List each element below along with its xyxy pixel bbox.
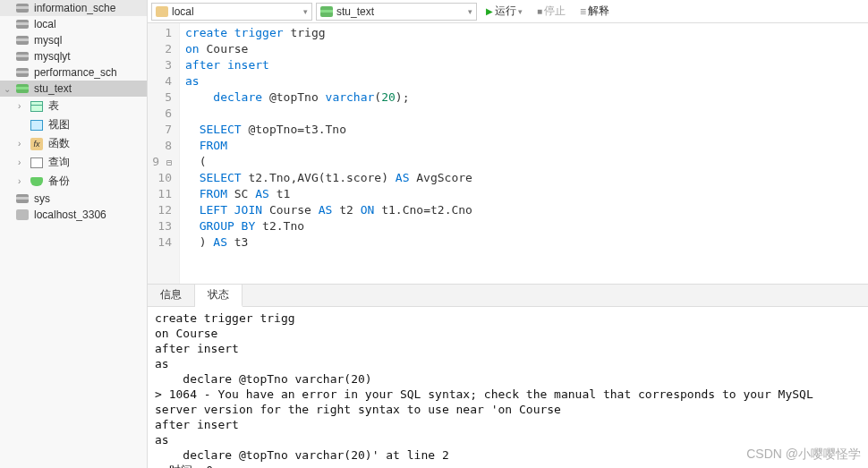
tree-item-sys[interactable]: sys — [0, 191, 147, 207]
line-number: 4 — [151, 73, 172, 89]
code-line[interactable]: after insert — [185, 57, 863, 73]
tree-item-stu_text[interactable]: ⌄stu_text — [0, 81, 147, 97]
code-line[interactable]: create trigger trigg — [185, 25, 863, 41]
line-number: 7 — [151, 122, 172, 138]
code-area[interactable]: create trigger triggon Courseafter inser… — [180, 23, 868, 284]
code-line[interactable]: ( — [185, 154, 863, 170]
table-icon — [30, 101, 43, 112]
tree-item-label: stu_text — [34, 82, 72, 95]
line-gutter: 123456789 ⊟1011121314 — [148, 23, 180, 284]
chevron-down-icon: ▾ — [303, 7, 308, 16]
database-label: stu_text — [336, 5, 374, 18]
tree-item-label: localhost_3306 — [34, 208, 106, 221]
database-icon — [16, 20, 29, 29]
line-number: 8 — [151, 138, 172, 154]
run-button[interactable]: ▶ 运行 ▾ — [481, 2, 528, 21]
tree-item-label: 备份 — [48, 174, 70, 189]
connection-dropdown[interactable]: local ▾ — [151, 3, 312, 21]
tree-item-函数[interactable]: ›fx函数 — [0, 134, 147, 153]
line-number: 11 — [151, 186, 172, 202]
tree-item-mysql[interactable]: mysql — [0, 32, 147, 48]
sql-editor[interactable]: 123456789 ⊟1011121314 create trigger tri… — [148, 23, 868, 284]
chevron-icon: ⌄ — [4, 84, 14, 94]
tree-item-mysqlyt[interactable]: mysqlyt — [0, 48, 147, 64]
code-line[interactable]: FROM SC AS t1 — [185, 186, 863, 202]
explain-button[interactable]: ≡ 解释 — [574, 2, 615, 21]
user-icon — [156, 6, 168, 17]
tree-item-查询[interactable]: ›查询 — [0, 153, 147, 172]
tab-信息[interactable]: 信息 — [148, 285, 195, 306]
output-panel: create trigger trigg on Course after ins… — [148, 307, 868, 468]
line-number: 14 — [151, 234, 172, 251]
host-icon — [16, 209, 29, 220]
view-icon — [30, 120, 43, 131]
stop-button[interactable]: ■ 停止 — [532, 2, 571, 21]
line-number: 1 — [151, 25, 172, 41]
code-line[interactable]: SELECT t2.Tno,AVG(t1.score) AS AvgScore — [185, 170, 863, 186]
line-number: 2 — [151, 41, 172, 57]
result-tabs: 信息状态 — [148, 284, 868, 307]
tree-item-label: 查询 — [48, 155, 70, 170]
database-tree: information_schelocalmysqlmysqlytperform… — [0, 0, 148, 468]
line-number: 9 ⊟ — [151, 154, 172, 170]
main-panel: local ▾ stu_text ▾ ▶ 运行 ▾ ■ 停止 ≡ 解释 — [148, 0, 868, 468]
tree-item-label: information_sche — [34, 2, 115, 14]
chevron-icon: › — [18, 139, 29, 149]
stop-icon: ■ — [537, 6, 542, 16]
tree-item-label: 表 — [48, 98, 59, 114]
tree-item-表[interactable]: ›表 — [0, 97, 147, 115]
tree-item-localhost_3306[interactable]: localhost_3306 — [0, 207, 147, 223]
backup-icon — [30, 177, 43, 186]
chevron-down-icon: ▾ — [468, 7, 472, 16]
code-line[interactable]: declare @topTno varchar(20); — [185, 89, 863, 106]
tree-item-备份[interactable]: ›备份 — [0, 172, 147, 191]
line-number: 6 — [151, 106, 172, 122]
database-icon — [16, 36, 29, 45]
connection-label: local — [172, 5, 194, 18]
tree-item-performance_sch[interactable]: performance_sch — [0, 64, 147, 81]
code-line[interactable]: SELECT @topTno=t3.Tno — [185, 122, 863, 138]
line-number: 12 — [151, 202, 172, 218]
line-number: 10 — [151, 170, 172, 186]
line-number: 5 — [151, 89, 172, 106]
database-icon — [16, 194, 29, 203]
code-line[interactable] — [185, 106, 863, 122]
database-icon — [320, 6, 333, 17]
line-number: 13 — [151, 218, 172, 234]
tree-item-local[interactable]: local — [0, 16, 147, 32]
tree-item-label: performance_sch — [34, 66, 117, 79]
tab-状态[interactable]: 状态 — [195, 285, 243, 307]
database-icon — [16, 68, 29, 77]
tree-item-label: sys — [34, 192, 50, 205]
database-icon — [16, 4, 29, 13]
code-line[interactable]: ) AS t3 — [185, 234, 863, 251]
tree-item-label: 函数 — [48, 136, 70, 151]
chevron-icon: › — [18, 101, 29, 111]
code-line[interactable]: as — [185, 73, 863, 89]
chevron-icon: › — [18, 176, 29, 186]
tree-item-label: mysql — [34, 34, 62, 47]
code-line[interactable]: LEFT JOIN Course AS t2 ON t1.Cno=t2.Cno — [185, 202, 863, 218]
chevron-down-icon: ▾ — [518, 7, 523, 16]
tree-item-label: mysqlyt — [34, 50, 71, 63]
explain-icon: ≡ — [580, 5, 586, 18]
tree-item-information_sche[interactable]: information_sche — [0, 0, 147, 16]
code-line[interactable]: GROUP BY t2.Tno — [185, 218, 863, 234]
line-number: 3 — [151, 57, 172, 73]
code-line[interactable]: on Course — [185, 41, 863, 57]
database-dropdown[interactable]: stu_text ▾ — [316, 3, 477, 21]
play-icon: ▶ — [486, 6, 493, 16]
toolbar: local ▾ stu_text ▾ ▶ 运行 ▾ ■ 停止 ≡ 解释 — [148, 0, 868, 23]
function-icon: fx — [30, 138, 43, 150]
database-icon — [16, 84, 29, 93]
tree-item-label: local — [34, 18, 56, 30]
tree-item-视图[interactable]: 视图 — [0, 115, 147, 134]
query-icon — [30, 157, 43, 168]
code-line[interactable]: FROM — [185, 138, 863, 154]
chevron-icon: › — [18, 157, 29, 167]
tree-item-label: 视图 — [48, 117, 70, 132]
database-icon — [16, 52, 29, 61]
